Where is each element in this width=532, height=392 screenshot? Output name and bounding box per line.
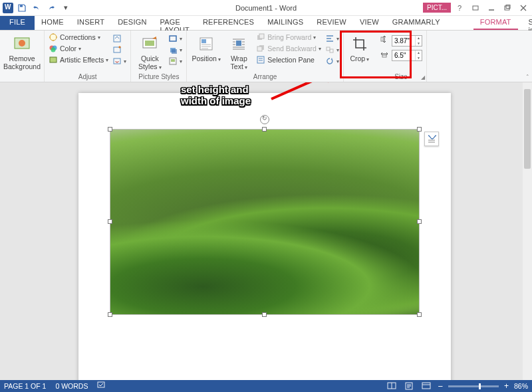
zoom-slider[interactable] <box>448 385 499 387</box>
image-content <box>110 130 419 314</box>
group-crop: Crop <box>344 31 376 82</box>
position-icon <box>197 35 215 53</box>
tab-file[interactable]: FILE <box>0 16 35 30</box>
spell-check-icon[interactable] <box>97 381 106 391</box>
svg-rect-16 <box>145 41 154 46</box>
selected-image[interactable] <box>110 129 420 315</box>
ribbon-display-icon[interactable] <box>468 2 483 14</box>
print-layout-icon[interactable] <box>403 381 415 391</box>
layout-options-button[interactable] <box>424 132 439 146</box>
resize-handle[interactable] <box>108 127 112 132</box>
tab-mailings[interactable]: MAILINGS <box>261 16 310 30</box>
color-button[interactable]: Color <box>49 43 108 54</box>
sign-in-link[interactable]: Sign in <box>518 16 532 30</box>
svg-rect-19 <box>172 49 177 54</box>
web-layout-icon[interactable] <box>420 381 432 391</box>
tab-home[interactable]: HOME <box>35 16 70 30</box>
resize-handle[interactable] <box>108 312 112 317</box>
width-spinner[interactable]: ▲▼ <box>415 50 422 60</box>
height-spinner[interactable]: ▲▼ <box>415 36 422 46</box>
position-button[interactable]: Position <box>191 32 221 62</box>
picture-border-icon[interactable] <box>168 33 182 44</box>
read-mode-icon[interactable] <box>386 381 398 391</box>
picture-tools-context-tab: PICT... <box>423 3 451 13</box>
tab-page-layout[interactable]: PAGE LAYOUT <box>154 16 196 30</box>
quick-styles-button[interactable]: Quick Styles <box>135 32 164 70</box>
resize-handle[interactable] <box>262 312 267 317</box>
ribbon: Remove Background Corrections Color Arti… <box>0 31 532 82</box>
width-input[interactable]: 6.5"▲▼ <box>392 50 422 61</box>
artistic-effects-button[interactable]: Artistic Effects <box>49 54 108 65</box>
quick-access-toolbar: ▾ <box>0 2 74 14</box>
corrections-button[interactable]: Corrections <box>49 32 108 43</box>
change-picture-icon[interactable] <box>112 45 126 55</box>
tab-references[interactable]: REFERENCES <box>196 16 261 30</box>
compress-pictures-icon[interactable] <box>112 33 126 44</box>
arrange-group-label: Arrange <box>191 73 339 82</box>
status-bar: PAGE 1 OF 1 0 WORDS − + 86% <box>0 380 532 392</box>
undo-icon[interactable] <box>31 2 43 14</box>
qat-customize-icon[interactable]: ▾ <box>60 2 72 14</box>
tab-design[interactable]: DESIGN <box>111 16 153 30</box>
restore-icon[interactable] <box>500 2 515 14</box>
resize-handle[interactable] <box>417 312 422 317</box>
size-group-label: Size <box>380 73 422 82</box>
svg-rect-39 <box>422 383 430 389</box>
svg-rect-17 <box>170 36 176 41</box>
align-icon[interactable] <box>325 33 339 44</box>
svg-rect-1 <box>473 6 478 10</box>
resize-handle[interactable] <box>108 219 112 224</box>
minimize-icon[interactable] <box>484 2 499 14</box>
height-input[interactable]: 3.87"▲▼ <box>392 35 422 47</box>
svg-point-10 <box>51 48 56 52</box>
scrollbar-thumb[interactable] <box>524 89 531 169</box>
resize-handle[interactable] <box>262 127 267 132</box>
save-icon[interactable] <box>16 2 28 14</box>
redo-icon[interactable] <box>45 2 57 14</box>
bring-forward-button[interactable]: Bring Forward <box>256 32 321 43</box>
tab-review[interactable]: REVIEW <box>310 16 353 30</box>
resize-handle[interactable] <box>417 219 422 224</box>
reset-picture-icon[interactable] <box>112 56 126 66</box>
group-icon[interactable] <box>325 45 339 55</box>
send-backward-button[interactable]: Send Backward <box>256 43 321 54</box>
crop-button[interactable]: Crop <box>348 32 372 62</box>
remove-background-button[interactable]: Remove Background <box>4 32 40 70</box>
svg-rect-23 <box>201 39 206 43</box>
word-count[interactable]: 0 WORDS <box>55 382 88 390</box>
rotate-handle-icon[interactable] <box>260 115 269 124</box>
zoom-out-icon[interactable]: − <box>438 381 443 391</box>
close-icon[interactable] <box>516 2 531 14</box>
remove-background-icon <box>13 35 31 53</box>
picture-layout-icon[interactable] <box>168 56 182 66</box>
size-dialog-launcher-icon[interactable]: ◢ <box>421 74 425 80</box>
svg-rect-31 <box>330 49 333 52</box>
picture-effects-icon[interactable] <box>168 45 182 55</box>
ribbon-tabs: FILE HOME INSERT DESIGN PAGE LAYOUT REFE… <box>0 16 532 31</box>
resize-handle[interactable] <box>417 127 422 132</box>
vertical-scrollbar[interactable] <box>523 82 532 380</box>
crop-icon <box>350 35 369 53</box>
zoom-in-icon[interactable]: + <box>504 381 509 391</box>
svg-rect-0 <box>20 5 23 7</box>
tab-grammarly[interactable]: GRAMMARLY <box>386 16 447 30</box>
help-icon[interactable]: ? <box>452 2 467 14</box>
tab-view[interactable]: VIEW <box>353 16 386 30</box>
group-size: 3.87"▲▼ 6.5"▲▼ Size ◢ <box>376 31 427 82</box>
svg-rect-32 <box>381 37 383 41</box>
rotate-icon[interactable] <box>325 56 339 66</box>
wrap-text-button[interactable]: Wrap Text <box>225 32 252 70</box>
svg-rect-11 <box>50 57 57 62</box>
collapse-ribbon-icon[interactable]: ˄ <box>526 74 529 80</box>
selection-pane-button[interactable]: Selection Pane <box>256 54 321 65</box>
page-indicator[interactable]: PAGE 1 OF 1 <box>4 382 46 390</box>
svg-rect-29 <box>257 56 264 63</box>
tab-format[interactable]: FORMAT <box>473 16 518 30</box>
quick-styles-icon <box>140 35 159 53</box>
word-app-icon <box>3 3 13 13</box>
zoom-level[interactable]: 86% <box>514 382 528 390</box>
tab-insert[interactable]: INSERT <box>70 16 111 30</box>
svg-rect-24 <box>236 41 241 46</box>
svg-rect-35 <box>98 382 104 387</box>
group-adjust: Corrections Color Artistic Effects Adjus… <box>45 31 131 82</box>
